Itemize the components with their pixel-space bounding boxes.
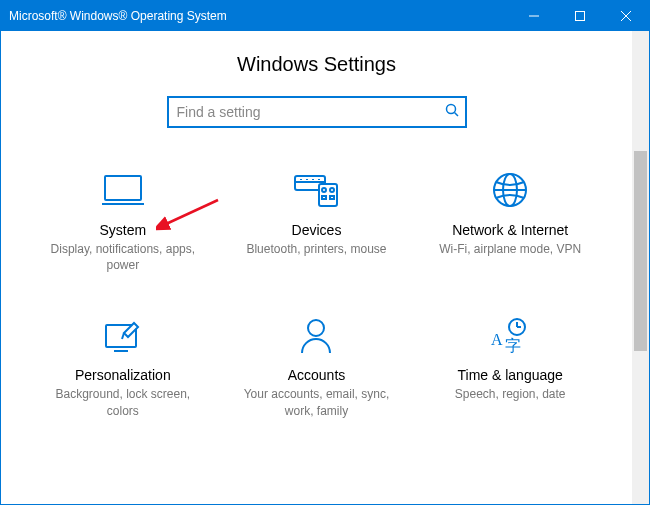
tile-system[interactable]: System Display, notifications, apps, pow…: [31, 168, 215, 273]
devices-icon: [291, 168, 341, 212]
search-wrap: [1, 96, 632, 128]
search-input[interactable]: [177, 104, 445, 120]
maximize-icon: [575, 11, 585, 21]
globe-icon: [490, 168, 530, 212]
svg-line-5: [454, 113, 458, 117]
tile-personalization[interactable]: Personalization Background, lock screen,…: [31, 313, 215, 418]
tile-desc: Bluetooth, printers, mouse: [246, 241, 386, 257]
tile-network[interactable]: Network & Internet Wi-Fi, airplane mode,…: [418, 168, 602, 273]
svg-rect-6: [105, 176, 141, 200]
tile-desc: Your accounts, email, sync, work, family: [236, 386, 396, 418]
tile-label: Accounts: [288, 367, 346, 383]
svg-line-24: [122, 333, 124, 339]
search-box[interactable]: [167, 96, 467, 128]
tile-desc: Background, lock screen, colors: [43, 386, 203, 418]
tile-desc: Speech, region, date: [455, 386, 566, 402]
minimize-icon: [529, 11, 539, 21]
close-icon: [621, 11, 631, 21]
main-panel: Windows Settings System Display, notific…: [1, 31, 632, 504]
minimize-button[interactable]: [511, 1, 557, 31]
scrollbar-thumb[interactable]: [634, 151, 647, 351]
svg-text:A: A: [491, 331, 503, 348]
content-area: Windows Settings System Display, notific…: [1, 31, 649, 504]
tile-desc: Wi-Fi, airplane mode, VPN: [439, 241, 581, 257]
app-window: Microsoft® Windows® Operating System Win…: [0, 0, 650, 505]
page-title: Windows Settings: [1, 53, 632, 76]
settings-grid: System Display, notifications, apps, pow…: [1, 168, 632, 439]
maximize-button[interactable]: [557, 1, 603, 31]
tile-time-language[interactable]: A字 Time & language Speech, region, date: [418, 313, 602, 418]
tile-accounts[interactable]: Accounts Your accounts, email, sync, wor…: [225, 313, 409, 418]
tile-label: Network & Internet: [452, 222, 568, 238]
svg-text:字: 字: [505, 337, 521, 354]
svg-point-4: [446, 105, 455, 114]
scrollbar[interactable]: [632, 31, 649, 504]
title-bar[interactable]: Microsoft® Windows® Operating System: [1, 1, 649, 31]
time-language-icon: A字: [487, 313, 533, 357]
window-title: Microsoft® Windows® Operating System: [9, 9, 511, 23]
tile-label: System: [99, 222, 146, 238]
tile-devices[interactable]: Devices Bluetooth, printers, mouse: [225, 168, 409, 273]
close-button[interactable]: [603, 1, 649, 31]
svg-rect-1: [576, 12, 585, 21]
svg-point-25: [308, 320, 324, 336]
tile-desc: Display, notifications, apps, power: [43, 241, 203, 273]
search-icon: [445, 103, 459, 121]
accounts-icon: [296, 313, 336, 357]
system-icon: [100, 168, 146, 212]
personalization-icon: [100, 313, 146, 357]
tile-label: Time & language: [458, 367, 563, 383]
tile-label: Personalization: [75, 367, 171, 383]
tile-label: Devices: [292, 222, 342, 238]
